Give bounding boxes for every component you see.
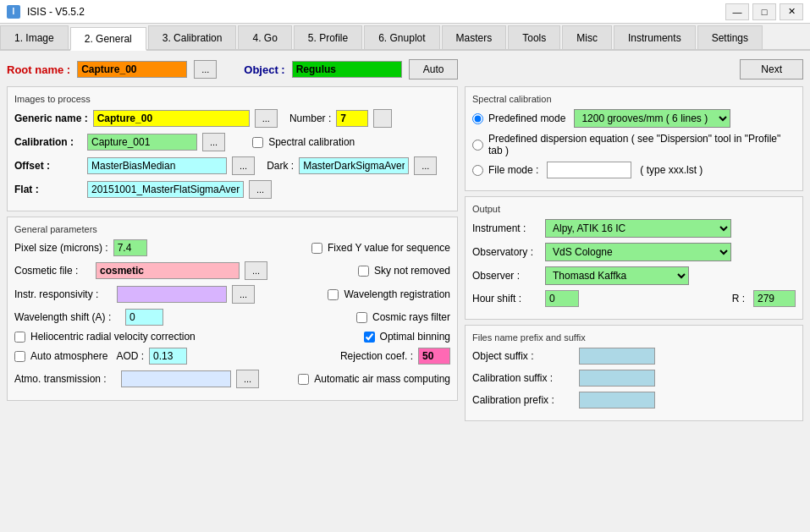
spectral-cal-checkbox[interactable] [252,137,263,148]
tab-masters[interactable]: Masters [442,25,507,49]
spectral-cal-label: Spectral calibration [268,136,355,148]
general-parameters-section: General parameters Pixel size (microns) … [7,217,458,401]
files-name-section: Files name prefix and suffix Object suff… [465,325,803,421]
calibration-browse-button[interactable]: ... [202,133,225,151]
object-suffix-row: Object suffix : [472,348,796,365]
images-to-process-section: Images to process Generic name : ... Num… [7,86,458,211]
fixed-y-checkbox[interactable] [311,243,322,254]
file-mode-label: File mode : [488,164,538,176]
tab-gnuplot[interactable]: 6. Gnuplot [364,25,439,49]
window-controls: — □ ✕ [725,3,803,20]
generic-name-input[interactable] [93,110,250,127]
atmo-trans-input[interactable] [121,370,231,387]
heliocentric-checkbox[interactable] [14,332,25,343]
dark-input[interactable] [299,157,409,174]
hour-shift-input[interactable] [545,290,579,307]
predefined-dispersion-row: Predefined dispersion equation ( see "Di… [472,133,796,156]
close-button[interactable]: ✕ [780,3,803,20]
tab-profile[interactable]: 5. Profile [294,25,362,49]
pixel-size-input[interactable] [113,239,147,256]
minimize-button[interactable]: — [725,3,749,20]
instrument-select[interactable]: Alpy, ATIK 16 IC Other [545,219,731,238]
atmo-trans-browse-button[interactable]: ... [236,370,259,388]
observatory-select[interactable]: VdS Cologne Other [545,243,731,261]
cosmetic-label: Cosmetic file : [14,265,91,277]
tab-misc[interactable]: Misc [562,25,612,49]
predefined-dispersion-radio[interactable] [472,140,483,151]
observer-select[interactable]: Thomasd Kaffka Other [545,266,689,285]
calibration-suffix-label: Calibration suffix : [472,372,574,384]
cosmic-rays-checkbox[interactable] [356,312,367,323]
optimal-binning-checkbox[interactable] [364,332,375,343]
file-mode-row: File mode : ( type xxx.lst ) [472,162,796,178]
maximize-button[interactable]: □ [752,3,776,20]
flat-browse-button[interactable]: ... [249,180,272,199]
calibration-suffix-input[interactable] [579,370,655,387]
calibration-input[interactable] [87,134,197,151]
cosmetic-browse-button[interactable]: ... [245,261,267,280]
generic-name-browse-button[interactable]: ... [255,109,278,128]
output-section: Output Instrument : Alpy, ATIK 16 IC Oth… [465,196,803,320]
predefined-mode-label: Predefined mode [488,112,565,124]
files-section-title: Files name prefix and suffix [472,332,796,343]
flat-label: Flat : [14,184,82,195]
file-mode-input[interactable] [547,162,631,178]
aod-label: AOD : [116,350,144,362]
aod-input[interactable] [149,348,187,365]
title-bar: I ISIS - V5.5.2 — □ ✕ [0,0,810,24]
offset-input[interactable] [87,157,227,174]
observer-label: Observer : [472,270,540,282]
predefined-mode-select[interactable]: 1200 grooves/mm ( 6 lines ) 600 grooves/… [574,109,730,128]
wavelength-shift-row: Wavelength shift (A) : Cosmic rays filte… [14,309,450,326]
flat-input[interactable] [87,181,244,198]
tab-instruments[interactable]: Instruments [614,25,696,49]
title-bar-text: ISIS - V5.5.2 [27,6,719,18]
root-name-input[interactable] [77,61,187,78]
number-input[interactable] [336,110,368,127]
object-suffix-label: Object suffix : [472,350,574,362]
r-input[interactable] [753,290,796,307]
instrument-row: Instrument : Alpy, ATIK 16 IC Other [472,219,796,238]
next-button[interactable]: Next [740,59,803,80]
calibration-label: Calibration : [14,136,82,148]
main-content: Root name : ... Object : Auto Next Image… [0,51,810,428]
tab-tools[interactable]: Tools [508,25,560,49]
app-icon: I [7,5,20,19]
number-browse-button[interactable] [373,109,392,128]
object-suffix-input[interactable] [579,348,655,365]
dark-browse-button[interactable]: ... [414,156,437,175]
calibration-prefix-row: Calibration prefix : [472,392,796,409]
tab-calibration[interactable]: 3. Calibration [148,25,237,49]
instr-resp-input[interactable] [117,286,227,303]
tab-go[interactable]: 4. Go [238,25,291,49]
root-name-browse-button[interactable]: ... [194,60,217,79]
cosmic-rays-label: Cosmic rays filter [372,311,450,323]
calibration-row: Calibration : ... Spectral calibration [14,133,450,151]
auto-atmosphere-checkbox[interactable] [14,351,25,362]
automatic-air-mass-checkbox[interactable] [298,374,309,385]
rejection-coef-input[interactable] [418,348,450,365]
predefined-mode-radio[interactable] [472,113,483,124]
offset-label: Offset : [14,160,82,172]
calibration-prefix-input[interactable] [579,392,655,409]
cosmetic-input[interactable] [96,262,240,279]
offset-browse-button[interactable]: ... [232,156,255,175]
auto-button[interactable]: Auto [409,59,459,80]
flat-row: Flat : ... [14,180,450,199]
file-mode-radio[interactable] [472,165,483,176]
object-input[interactable] [292,61,402,78]
observatory-row: Observatory : VdS Cologne Other [472,243,796,261]
tab-general[interactable]: 2. General [70,27,146,51]
pixel-size-label: Pixel size (microns) : [14,242,108,254]
wavelength-shift-input[interactable] [125,309,163,326]
generic-name-label: Generic name : [14,112,88,124]
wavelength-reg-checkbox[interactable] [328,289,339,300]
sky-not-removed-checkbox[interactable] [358,266,369,277]
optimal-binning-label: Optimal binning [380,331,450,343]
tab-image[interactable]: 1. Image [0,25,69,49]
heliocentric-row: Heliocentric radial velocity correction … [14,331,450,343]
tab-settings[interactable]: Settings [697,25,763,49]
automatic-air-mass-label: Automatic air mass computing [314,373,450,385]
instr-resp-browse-button[interactable]: ... [232,285,255,304]
instr-resp-label: Instr. responsivity : [14,288,112,300]
